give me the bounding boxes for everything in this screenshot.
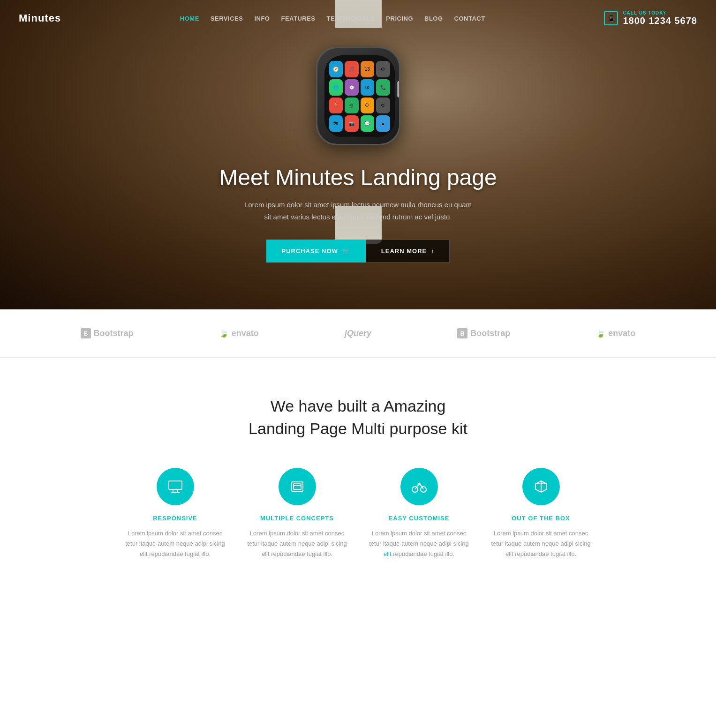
envato-label-1: envato	[232, 329, 259, 338]
svg-rect-0	[169, 481, 182, 489]
learn-more-button[interactable]: LEARN MORE ›	[366, 240, 450, 263]
app-icon-11: ⏱	[361, 98, 375, 114]
brand-bootstrap-1: B Bootstrap	[81, 328, 134, 338]
feature-concepts: MULTIPLE CONCEPTS Lorem ipsum dolor sit …	[246, 468, 349, 559]
hero-section: 🧭 🎵 13 ⚙ 🌐 ⌚ ✉ 📞 🏃 ◎ ⏱ ⚙ 🗺 📷	[0, 0, 716, 309]
feature-desc-highlight: elit	[384, 550, 392, 557]
responsive-icon-circle	[157, 468, 194, 505]
bike-icon	[411, 478, 428, 495]
app-icon-2: 🎵	[345, 61, 359, 77]
navigation: HOME SERVICES INFO FEATURES TESTIMONIALS…	[180, 15, 485, 22]
layers-icon	[289, 478, 306, 495]
purchase-button[interactable]: PURCHASE NOW 🛒	[266, 240, 365, 263]
header: Minutes HOME SERVICES INFO FEATURES TEST…	[0, 0, 716, 37]
app-icon-10: ◎	[345, 98, 359, 114]
feature-desc-concepts: Lorem ipsum dolor sit amet consec tetur …	[246, 528, 349, 559]
app-icon-13: 🗺	[329, 115, 343, 132]
app-icon-12: ⚙	[376, 98, 390, 114]
feature-desc-customise: Lorem ipsum dolor sit amet consec tetur …	[368, 528, 471, 559]
app-icon-9: 🏃	[329, 98, 343, 114]
brand-bootstrap-2: B Bootstrap	[457, 328, 510, 338]
app-icon-16: ▲	[376, 115, 390, 132]
watch-screen: 🧭 🎵 13 ⚙ 🌐 ⌚ ✉ 📞 🏃 ◎ ⏱ ⚙ 🗺 📷	[324, 55, 395, 137]
envato-leaf-1: 🍃	[219, 329, 229, 338]
brand-envato-1: 🍃 envato	[219, 329, 259, 338]
nav-contact[interactable]: CONTACT	[454, 15, 485, 22]
app-icon-5: 🌐	[329, 79, 343, 96]
app-icon-7: ✉	[361, 79, 375, 96]
app-icon-1: 🧭	[329, 61, 343, 77]
concepts-icon-circle	[279, 468, 316, 505]
box-icon	[533, 478, 550, 495]
feature-desc-outofbox: Lorem ipsum dolor sit amet consec tetur …	[490, 528, 593, 559]
hero-buttons: PURCHASE NOW 🛒 LEARN MORE ›	[219, 240, 497, 263]
feature-title-outofbox: OUT OF THE BOX	[490, 515, 593, 522]
hero-subtitle: Lorem ipsum dolor sit amet ipsum lectus …	[241, 199, 475, 223]
svg-rect-5	[294, 484, 301, 489]
app-icon-14: 📷	[345, 115, 359, 132]
watch-body: 🧭 🎵 13 ⚙ 🌐 ⌚ ✉ 📞 🏃 ◎ ⏱ ⚙ 🗺 📷	[316, 47, 400, 145]
app-icon-3: 13	[361, 61, 375, 77]
phone-number: 1800 1234 5678	[623, 15, 697, 26]
phone-icon: 📱	[604, 11, 618, 25]
feature-title-concepts: MULTIPLE CONCEPTS	[246, 515, 349, 522]
feature-desc-responsive: Lorem ipsum dolor sit amet consec tetur …	[124, 528, 227, 559]
feature-title-responsive: RESPONSIVE	[124, 515, 227, 522]
jquery-label: jQuery	[345, 329, 371, 338]
nav-pricing[interactable]: PRICING	[386, 15, 413, 22]
app-icon-6: ⌚	[345, 79, 359, 96]
feature-outofbox: OUT OF THE BOX Lorem ipsum dolor sit ame…	[490, 468, 593, 559]
feature-responsive: RESPONSIVE Lorem ipsum dolor sit amet co…	[124, 468, 227, 559]
nav-blog[interactable]: BLOG	[424, 15, 443, 22]
nav-home[interactable]: HOME	[180, 15, 199, 22]
nav-info[interactable]: INFO	[254, 15, 270, 22]
brand-envato-2: 🍃 envato	[596, 329, 635, 338]
brand-jquery: jQuery	[345, 329, 371, 338]
bootstrap-label-1: Bootstrap	[94, 329, 134, 338]
logos-strip: B Bootstrap 🍃 envato jQuery B Bootstrap …	[0, 309, 716, 358]
envato-leaf-2: 🍃	[596, 329, 605, 338]
call-us-label: CALL US TODAY	[623, 10, 697, 15]
features-title: We have built a AmazingLanding Page Mult…	[19, 395, 697, 440]
nav-services[interactable]: SERVICES	[211, 15, 243, 22]
watch-crown	[397, 81, 400, 98]
phone-text-block: CALL US TODAY 1800 1234 5678	[623, 10, 697, 26]
bootstrap-icon-1: B	[81, 328, 91, 338]
phone-block: 📱 CALL US TODAY 1800 1234 5678	[604, 10, 697, 26]
cart-icon: 🛒	[343, 248, 351, 255]
purchase-label: PURCHASE NOW	[281, 248, 338, 255]
nav-testimonials[interactable]: TESTIMONIALS	[327, 15, 375, 22]
hero-title: Meet Minutes Landing page	[219, 165, 497, 190]
feature-title-customise: EASY CUSTOMISE	[368, 515, 471, 522]
features-grid: RESPONSIVE Lorem ipsum dolor sit amet co…	[100, 468, 616, 559]
bootstrap-label-2: Bootstrap	[470, 329, 510, 338]
arrow-icon: ›	[431, 248, 434, 255]
app-icon-8: 📞	[376, 79, 390, 96]
app-icon-15: 💬	[361, 115, 375, 132]
bootstrap-icon-2: B	[457, 328, 467, 338]
outofbox-icon-circle	[522, 468, 560, 505]
nav-features[interactable]: FEATURES	[281, 15, 315, 22]
customise-icon-circle	[400, 468, 438, 505]
learn-label: LEARN MORE	[381, 248, 427, 255]
envato-label-2: envato	[608, 329, 635, 338]
monitor-icon	[167, 478, 184, 495]
logo: Minutes	[19, 12, 61, 24]
hero-content: Meet Minutes Landing page Lorem ipsum do…	[219, 165, 497, 309]
feature-customise: EASY CUSTOMISE Lorem ipsum dolor sit ame…	[368, 468, 471, 559]
app-icon-4: ⚙	[376, 61, 390, 77]
features-section: We have built a AmazingLanding Page Mult…	[0, 358, 716, 587]
